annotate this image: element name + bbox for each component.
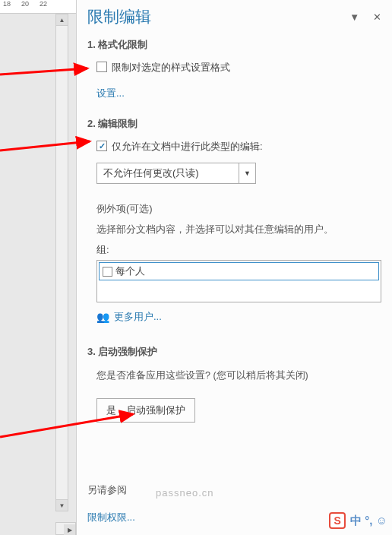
settings-link[interactable]: 设置... [96,87,125,100]
restrict-permission-link[interactable]: 限制权限... [87,511,135,524]
chevron-down-icon[interactable]: ▼ [239,163,256,184]
scroll-down-icon[interactable]: ▼ [56,499,68,511]
scroll-up-icon[interactable]: ▲ [56,14,68,26]
editing-type-dropdown[interactable]: 不允许任何更改(只读) ▼ [96,163,256,184]
group-item-label: 每个人 [115,264,145,278]
start-enforcement-button[interactable]: 是，启动强制保护 [96,398,195,423]
scroll-right-icon[interactable]: ▶ [64,524,75,535]
section2-title: 2. 编辑限制 [87,117,381,131]
everyone-checkbox[interactable] [103,267,112,277]
ime-logo-icon[interactable]: S [329,512,346,529]
users-icon: 👥 [96,311,109,323]
group-label: 组: [96,243,381,257]
close-icon[interactable]: ✕ [373,11,381,23]
list-item[interactable]: 每个人 [99,262,379,280]
see-also-title: 另请参阅 [87,483,135,497]
section3-title: 3. 启动强制保护 [87,345,381,359]
horizontal-scrollbar[interactable]: ▶ [55,522,76,535]
vertical-scrollbar[interactable]: ▲ ▼ [55,14,68,511]
dropdown-icon[interactable]: ▼ [349,11,359,23]
ime-status[interactable]: 中 °, ☺ [350,514,387,528]
dropdown-value: 不允许任何更改(只读) [96,163,239,184]
editing-restrict-checkbox[interactable] [96,141,107,151]
section3-desc: 您是否准备应用这些设置? (您可以稍后将其关闭) [96,368,381,383]
more-users-link[interactable]: 更多用户... [114,310,162,324]
restrict-editing-panel: 限制编辑 ▼ ✕ 1. 格式化限制 限制对选定的样式设置格式 设置... 2. … [76,0,392,535]
ruler: 18 20 22 [0,0,76,14]
ime-toolbar[interactable]: S 中 °, ☺ [329,512,387,529]
panel-title: 限制编辑 [87,6,151,27]
exceptions-title: 例外项(可选) [96,202,381,216]
exceptions-desc: 选择部分文档内容，并选择可以对其任意编辑的用户。 [96,222,381,237]
editing-restrict-label: 仅允许在文档中进行此类型的编辑: [112,140,263,154]
formatting-restrict-checkbox[interactable] [96,62,107,72]
formatting-restrict-label: 限制对选定的样式设置格式 [112,61,230,74]
group-list[interactable]: 每个人 [96,260,381,302]
section1-title: 1. 格式化限制 [87,38,381,52]
